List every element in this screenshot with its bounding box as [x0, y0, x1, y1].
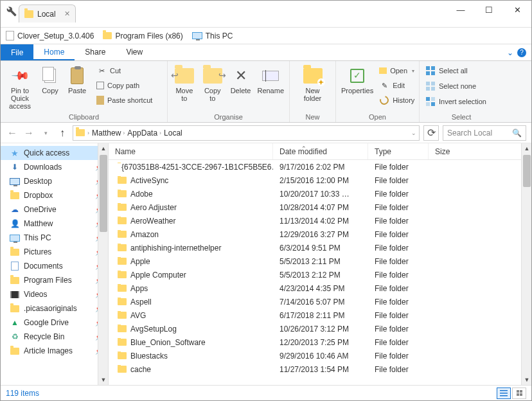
file-row[interactable]: Adobe10/20/2017 10:33 …File folder: [109, 187, 531, 201]
file-row[interactable]: AVG6/17/2018 2:11 PMFile folder: [109, 308, 531, 322]
wrench-icon[interactable]: [3, 3, 17, 17]
group-label-new: New: [294, 112, 332, 121]
file-row[interactable]: Apps4/23/2014 4:35 PMFile folder: [109, 281, 531, 295]
minimize-button[interactable]: —: [447, 1, 475, 19]
open-button[interactable]: Open▾: [377, 64, 416, 78]
file-row[interactable]: Amazon12/29/2016 3:27 PMFile folder: [109, 227, 531, 241]
column-header-type[interactable]: Type: [368, 143, 429, 159]
file-row[interactable]: AvgSetupLog10/26/2017 3:12 PMFile folder: [109, 322, 531, 335]
sidebar-item--picasaoriginals[interactable]: .picasaoriginals📌: [1, 301, 108, 316]
shortcut-program-files[interactable]: Program Files (x86): [103, 31, 182, 40]
paste-shortcut-button[interactable]: Paste shortcut: [94, 93, 154, 107]
file-row[interactable]: Apple Computer5/5/2013 2:12 PMFile folde…: [109, 268, 531, 281]
sidebar-item-google-drive[interactable]: ▲Google Drive📌: [1, 316, 108, 330]
file-row[interactable]: Bluestacks9/29/2016 10:46 AMFile folder: [109, 349, 531, 362]
sidebar-item-documents[interactable]: Documents📌: [1, 259, 108, 273]
svg-rect-0: [500, 390, 508, 391]
file-date: 2/15/2016 12:00 PM: [273, 176, 368, 185]
invert-selection-button[interactable]: Invert selection: [423, 94, 488, 109]
maximize-button[interactable]: ☐: [475, 1, 503, 19]
breadcrumb-segment[interactable]: AppData›: [127, 129, 161, 138]
file-row[interactable]: Aero Adjuster10/28/2014 4:07 PMFile fold…: [109, 201, 531, 214]
back-button[interactable]: ←: [6, 127, 19, 139]
select-none-button[interactable]: Select none: [423, 79, 488, 93]
forward-button[interactable]: →: [22, 127, 35, 139]
shortcut-clover[interactable]: Clover_Setup_3.0.406: [6, 31, 94, 40]
search-input[interactable]: Search Local 🔍: [443, 125, 526, 141]
file-row[interactable]: cache11/27/2013 1:54 PMFile folder: [109, 362, 531, 376]
sidebar-item-quick-access[interactable]: ★Quick access: [1, 146, 108, 160]
copy-button[interactable]: Copy: [38, 64, 62, 96]
edit-button[interactable]: ✎Edit: [377, 78, 416, 93]
file-row[interactable]: AeroWeather11/13/2014 4:02 PMFile folder: [109, 214, 531, 227]
scrollbar-thumb[interactable]: [523, 155, 531, 187]
sidebar-scrollbar[interactable]: ▲ ▼: [98, 143, 108, 385]
copy-to-button[interactable]: ↪ Copy to: [200, 64, 226, 103]
sidebar-item-desktop[interactable]: Desktop📌: [1, 174, 108, 188]
file-row[interactable]: {670351B8-4251-3CCE-2967-1B1CF5B5E6…9/17…: [109, 160, 531, 174]
sidebar-item-videos[interactable]: Videos📌: [1, 287, 108, 301]
column-header-size[interactable]: Size: [429, 143, 531, 159]
recent-locations-button[interactable]: ▾: [39, 127, 52, 139]
browser-tab-local[interactable]: Local ✕: [19, 4, 76, 22]
refresh-button[interactable]: ⟳: [423, 125, 439, 141]
sidebar-item-dropbox[interactable]: Dropbox📌: [1, 188, 108, 202]
file-row[interactable]: Apple5/5/2013 2:11 PMFile folder: [109, 254, 531, 268]
properties-button[interactable]: ✓ Properties: [340, 64, 375, 96]
file-row[interactable]: Aspell7/14/2016 5:07 PMFile folder: [109, 295, 531, 308]
column-header-date[interactable]: Date modified: [273, 143, 368, 159]
file-row[interactable]: Blue_Onion_Software12/20/2013 7:25 PMFil…: [109, 335, 531, 349]
history-button[interactable]: History: [377, 93, 416, 107]
breadcrumb-segment[interactable]: Local: [164, 129, 182, 138]
breadcrumb-segment[interactable]: Matthew›: [92, 129, 125, 138]
new-folder-button[interactable]: ✦ New folder: [297, 64, 328, 103]
file-row[interactable]: ActiveSync2/15/2016 12:00 PMFile folder: [109, 174, 531, 187]
tab-close-icon[interactable]: ✕: [64, 10, 70, 18]
shortcut-this-pc[interactable]: This PC: [192, 31, 233, 40]
sidebar-item-onedrive[interactable]: ☁OneDrive📌: [1, 202, 108, 217]
close-button[interactable]: ✕: [503, 1, 531, 19]
file-name: Blue_Onion_Software: [130, 338, 206, 347]
shortcut-bar: Clover_Setup_3.0.406 Program Files (x86)…: [1, 28, 531, 44]
scroll-up-icon[interactable]: ▲: [522, 143, 531, 154]
tab-file[interactable]: File: [1, 44, 33, 60]
breadcrumb[interactable]: › Matthew› AppData› Local ⌄: [73, 125, 420, 141]
sidebar-item-program-files[interactable]: Program Files📌: [1, 273, 108, 287]
up-button[interactable]: ↑: [56, 127, 69, 139]
monitor-icon: [192, 32, 202, 39]
details-view-button[interactable]: [497, 388, 511, 399]
scroll-up-icon[interactable]: ▲: [98, 143, 109, 154]
scroll-down-icon[interactable]: ▼: [98, 375, 109, 385]
file-name: Apps: [130, 284, 148, 293]
scrollbar-thumb[interactable]: [100, 155, 107, 232]
content-scrollbar[interactable]: ▲ ▼: [521, 143, 531, 385]
sidebar-item-article-images[interactable]: Article Images📌: [1, 344, 108, 358]
sidebar-item-downloads[interactable]: ⬇Downloads📌: [1, 160, 108, 174]
ribbon-collapse-icon[interactable]: ⌄: [507, 48, 513, 57]
tab-home[interactable]: Home: [33, 44, 75, 60]
sidebar-item-this-pc[interactable]: This PC📌: [1, 231, 108, 245]
select-all-button[interactable]: Select all: [423, 64, 488, 78]
column-header-name[interactable]: Name: [109, 143, 273, 159]
icons-view-button[interactable]: [512, 388, 526, 399]
help-icon[interactable]: ?: [517, 48, 526, 57]
sidebar-item-label: OneDrive: [24, 205, 57, 214]
copy-path-button[interactable]: Copy path: [94, 78, 154, 93]
scroll-down-icon[interactable]: ▼: [522, 375, 531, 385]
sidebar-item-recycle-bin[interactable]: ♻Recycle Bin📌: [1, 330, 108, 344]
file-type: File folder: [368, 325, 429, 334]
sidebar-item-pictures[interactable]: Pictures📌: [1, 245, 108, 259]
main-area: ★Quick access⬇Downloads📌Desktop📌Dropbox📌…: [1, 143, 531, 385]
delete-button[interactable]: ✕ Delete: [228, 64, 254, 96]
cut-button[interactable]: ✂Cut: [94, 64, 154, 78]
sidebar-item-matthew[interactable]: 👤Matthew📌: [1, 217, 108, 231]
tab-view[interactable]: View: [116, 44, 153, 60]
file-row[interactable]: antiphishing-internethelper6/3/2014 9:51…: [109, 241, 531, 254]
move-to-button[interactable]: ↩ Move to: [172, 64, 197, 103]
tab-share[interactable]: Share: [75, 44, 116, 60]
file-type: File folder: [368, 298, 429, 307]
rename-button[interactable]: Rename: [256, 64, 285, 96]
paste-button[interactable]: Paste: [65, 64, 89, 96]
chevron-down-icon[interactable]: ⌄: [411, 130, 416, 136]
pin-quick-access-button[interactable]: 📌 Pin to Quick access: [4, 64, 35, 111]
